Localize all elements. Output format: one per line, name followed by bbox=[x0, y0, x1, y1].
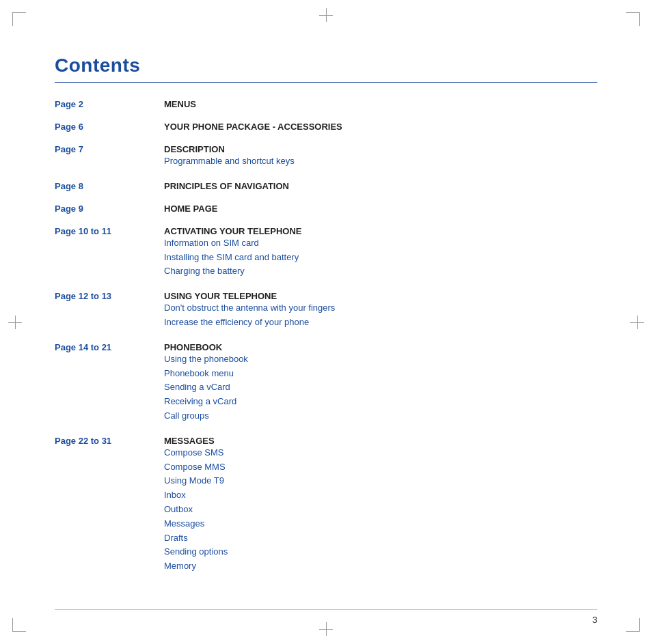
toc-page-ref: Page 7 bbox=[55, 144, 164, 181]
toc-row: Page 12 to 13USING YOUR TELEPHONEDon't o… bbox=[55, 291, 597, 342]
toc-sub-item: Using the phonebook bbox=[164, 352, 597, 367]
toc-sub-item: Programmable and shortcut keys bbox=[164, 154, 597, 169]
toc-row: Page 2MENUS bbox=[55, 99, 597, 122]
toc-sub-item: Receiving a vCard bbox=[164, 395, 597, 409]
toc-sub-item: Charging the battery bbox=[164, 264, 597, 279]
toc-sub-item: Compose SMS bbox=[164, 446, 597, 460]
toc-row: Page 22 to 31MESSAGESCompose SMSCompose … bbox=[55, 436, 597, 586]
toc-page-ref: Page 9 bbox=[55, 204, 164, 226]
toc-sub-item: Inbox bbox=[164, 488, 597, 503]
toc-page-ref: Page 8 bbox=[55, 181, 164, 204]
toc-row: Page 14 to 21PHONEBOOKUsing the phoneboo… bbox=[55, 342, 597, 436]
toc-content: ACTIVATING YOUR TELEPHONEInformation on … bbox=[164, 226, 597, 291]
toc-section-title: ACTIVATING YOUR TELEPHONE bbox=[164, 226, 597, 236]
toc-page-ref: Page 6 bbox=[55, 122, 164, 144]
toc-sub-item: Sending options bbox=[164, 545, 597, 559]
toc-section-title: PRINCIPLES OF NAVIGATION bbox=[164, 181, 597, 191]
toc-sub-item: Information on SIM card bbox=[164, 236, 597, 251]
toc-content: MENUS bbox=[164, 99, 597, 122]
toc-section-title: DESCRIPTION bbox=[164, 144, 597, 154]
toc-row: Page 6YOUR PHONE PACKAGE - ACCESSORIES bbox=[55, 122, 597, 144]
crosshair-left bbox=[8, 316, 22, 329]
corner-mark-bl bbox=[12, 611, 33, 632]
toc-page-ref: Page 22 to 31 bbox=[55, 436, 164, 586]
toc-row: Page 9HOME PAGE bbox=[55, 204, 597, 226]
toc-page-ref: Page 2 bbox=[55, 99, 164, 122]
toc-content: USING YOUR TELEPHONEDon't obstruct the a… bbox=[164, 291, 597, 342]
toc-sub-item: Using Mode T9 bbox=[164, 474, 597, 488]
toc-content: MESSAGESCompose SMSCompose MMSUsing Mode… bbox=[164, 436, 597, 586]
toc-sub-item: Phonebook menu bbox=[164, 367, 597, 381]
toc-section-title: HOME PAGE bbox=[164, 204, 597, 214]
toc-content: PRINCIPLES OF NAVIGATION bbox=[164, 181, 597, 204]
toc-row: Page 7DESCRIPTIONProgrammable and shortc… bbox=[55, 144, 597, 181]
corner-mark-tl bbox=[12, 12, 33, 33]
toc-page-ref: Page 10 to 11 bbox=[55, 226, 164, 291]
toc-content: HOME PAGE bbox=[164, 204, 597, 226]
toc-sub-item: Memory bbox=[164, 559, 597, 574]
toc-content: DESCRIPTIONProgrammable and shortcut key… bbox=[164, 144, 597, 181]
toc-sub-item: Sending a vCard bbox=[164, 380, 597, 395]
corner-mark-tr bbox=[619, 12, 640, 33]
toc-sub-item: Drafts bbox=[164, 531, 597, 546]
toc-sub-item: Outbox bbox=[164, 503, 597, 517]
page-container: Contents Page 2MENUSPage 6YOUR PHONE PAC… bbox=[55, 55, 597, 603]
title-divider bbox=[55, 82, 597, 83]
toc-section-title: MENUS bbox=[164, 99, 597, 109]
toc-sub-item: Call groups bbox=[164, 409, 597, 423]
page-number: 3 bbox=[593, 615, 597, 625]
toc-table: Page 2MENUSPage 6YOUR PHONE PACKAGE - AC… bbox=[55, 99, 597, 586]
toc-content: PHONEBOOKUsing the phonebookPhonebook me… bbox=[164, 342, 597, 436]
toc-content: YOUR PHONE PACKAGE - ACCESSORIES bbox=[164, 122, 597, 144]
toc-page-ref: Page 12 to 13 bbox=[55, 291, 164, 342]
toc-row: Page 10 to 11ACTIVATING YOUR TELEPHONEIn… bbox=[55, 226, 597, 291]
corner-mark-br bbox=[619, 611, 640, 632]
toc-sub-item: Installing the SIM card and battery bbox=[164, 251, 597, 265]
crosshair-bottom bbox=[319, 622, 333, 636]
toc-section-title: PHONEBOOK bbox=[164, 342, 597, 352]
toc-sub-item: Messages bbox=[164, 517, 597, 531]
crosshair-top bbox=[319, 8, 333, 22]
toc-section-title: MESSAGES bbox=[164, 436, 597, 446]
bottom-rule bbox=[55, 609, 597, 610]
toc-sub-item: Increase the efficiency of your phone bbox=[164, 316, 597, 330]
toc-section-title: YOUR PHONE PACKAGE - ACCESSORIES bbox=[164, 122, 597, 132]
crosshair-right bbox=[630, 316, 644, 329]
toc-row: Page 8PRINCIPLES OF NAVIGATION bbox=[55, 181, 597, 204]
toc-sub-item: Don't obstruct the antenna with your fin… bbox=[164, 301, 597, 316]
page-title: Contents bbox=[55, 55, 597, 76]
toc-sub-item: Compose MMS bbox=[164, 460, 597, 475]
toc-section-title: USING YOUR TELEPHONE bbox=[164, 291, 597, 301]
toc-page-ref: Page 14 to 21 bbox=[55, 342, 164, 436]
